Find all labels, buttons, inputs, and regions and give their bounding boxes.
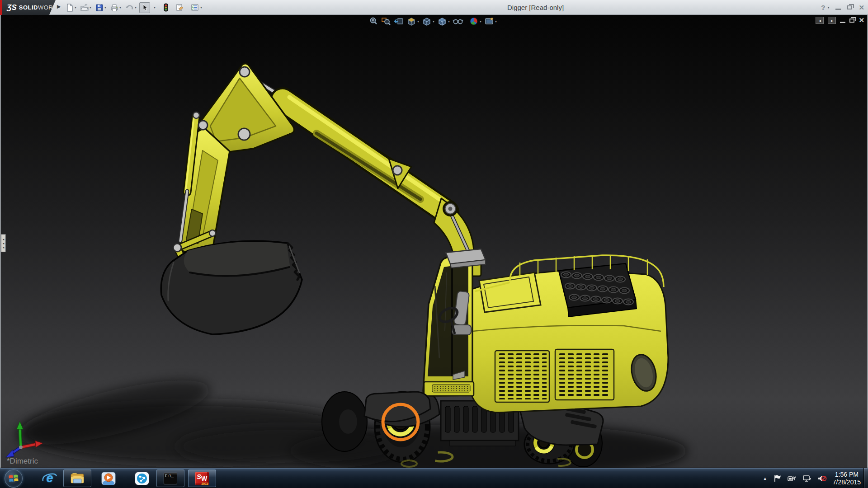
section-view-button[interactable]: ▾ bbox=[405, 16, 420, 26]
menu-expand-icon[interactable]: ▶ bbox=[57, 4, 61, 9]
command-prompt-icon: C:\_ bbox=[164, 473, 177, 484]
graphics-viewport[interactable]: ▾ ▾ ▾ ▾ ▾ ◂ ▸ bbox=[0, 15, 868, 468]
section-view-icon bbox=[406, 17, 416, 26]
help-dropdown[interactable]: ▾ bbox=[827, 5, 829, 9]
minimize-button[interactable] bbox=[835, 9, 841, 10]
open-dropdown[interactable]: ▾ bbox=[90, 5, 91, 9]
print-button[interactable]: ▾ bbox=[109, 2, 123, 13]
help-button[interactable]: ? bbox=[821, 4, 825, 11]
apply-scene-sphere-icon bbox=[469, 17, 479, 26]
solidworks-logo: ƷS SOLIDWORKS bbox=[2, 0, 56, 15]
options-icon bbox=[191, 4, 199, 12]
taskbar-clock[interactable]: 1:56 PM 7/28/2015 bbox=[833, 471, 861, 486]
close-button[interactable]: ✕ bbox=[859, 4, 864, 12]
view-orientation-button[interactable]: ▾ bbox=[420, 16, 436, 26]
print-dropdown[interactable]: ▾ bbox=[119, 5, 121, 9]
volume-muted-icon[interactable] bbox=[817, 474, 827, 483]
file-properties-button[interactable] bbox=[174, 2, 185, 13]
section-view-dropdown[interactable]: ▾ bbox=[417, 19, 419, 23]
view-orientation-cube-icon bbox=[422, 17, 432, 26]
title-bar: ƷS SOLIDWORKS ▶ ▾ ▾ ▾ ▾ ▾ bbox=[0, 0, 868, 15]
document-minimize-button[interactable] bbox=[840, 22, 845, 23]
save-floppy-icon bbox=[95, 4, 104, 12]
view-orientation-label: *Dimetric bbox=[7, 457, 38, 466]
power-plug-icon[interactable] bbox=[787, 474, 796, 483]
windows-taskbar: e bbox=[0, 468, 868, 488]
taskbar-windows-explorer[interactable] bbox=[63, 469, 91, 487]
new-button[interactable]: ▾ bbox=[64, 2, 78, 13]
show-desktop-button[interactable] bbox=[863, 468, 868, 488]
view-settings-dropdown[interactable]: ▾ bbox=[495, 19, 497, 23]
zoom-to-area-icon bbox=[381, 17, 391, 26]
zoom-to-area-button[interactable] bbox=[380, 16, 392, 26]
taskbar-command-prompt[interactable]: C:\_ bbox=[156, 469, 184, 487]
save-dropdown[interactable]: ▾ bbox=[104, 5, 106, 9]
feature-pane-prev-button[interactable]: ◂ bbox=[816, 17, 824, 24]
options-button[interactable]: ▾ bbox=[189, 2, 203, 13]
view-orientation-dropdown[interactable]: ▾ bbox=[433, 19, 434, 23]
rebuild-traffic-light-icon bbox=[163, 3, 169, 12]
windows-flag-icon bbox=[8, 474, 19, 483]
panel-splitter-tab[interactable]: ◂ ◂ ◂ bbox=[1, 234, 6, 252]
window-title: Digger [Read-only] bbox=[507, 0, 564, 15]
undo-dropdown[interactable]: ▾ bbox=[135, 5, 137, 9]
brand-solid-text: SOLID bbox=[19, 4, 38, 11]
window-controls: ? ▾ ✕ bbox=[821, 0, 864, 15]
hide-show-items-button[interactable] bbox=[451, 16, 465, 26]
undo-icon bbox=[125, 4, 134, 12]
restore-button[interactable] bbox=[847, 5, 852, 9]
brand-red-strip bbox=[0, 0, 2, 15]
solidworks-window: ƷS SOLIDWORKS ▶ ▾ ▾ ▾ ▾ ▾ bbox=[0, 0, 868, 488]
document-window-controls: ◂ ▸ ✕ bbox=[816, 17, 864, 24]
network-status-icon[interactable] bbox=[802, 474, 811, 483]
new-document-icon bbox=[66, 4, 74, 12]
print-icon bbox=[110, 4, 118, 12]
select-button[interactable] bbox=[139, 2, 150, 13]
collapse-arrow-icon: ◂ bbox=[3, 241, 5, 245]
view-settings-icon bbox=[484, 17, 494, 26]
save-button[interactable]: ▾ bbox=[94, 2, 108, 13]
clock-date: 7/28/2015 bbox=[833, 479, 861, 486]
upper-body[interactable] bbox=[470, 255, 668, 413]
previous-view-button[interactable] bbox=[392, 16, 405, 26]
action-center-flag-icon[interactable] bbox=[773, 474, 781, 483]
standard-toolbar: ▾ ▾ ▾ ▾ ▾ ▾ bbox=[64, 1, 205, 14]
solidworks-app-icon: S W 2015 bbox=[195, 472, 209, 485]
select-cursor-icon bbox=[141, 4, 149, 12]
apply-scene-dropdown[interactable]: ▾ bbox=[480, 19, 481, 23]
ie-orbit-ring bbox=[41, 472, 58, 485]
open-button[interactable]: ▾ bbox=[79, 2, 93, 13]
open-folder-icon bbox=[80, 4, 89, 12]
select-dropdown-button[interactable]: ▾ bbox=[151, 4, 157, 11]
display-style-dropdown[interactable]: ▾ bbox=[448, 19, 450, 23]
zoom-to-fit-button[interactable] bbox=[367, 16, 380, 26]
system-tray: ▲ 1:56 PM 7/28/2015 bbox=[763, 468, 861, 488]
new-dropdown[interactable]: ▾ bbox=[75, 5, 76, 9]
undo-button[interactable]: ▾ bbox=[124, 2, 138, 13]
collapse-arrow-icon: ◂ bbox=[3, 237, 5, 241]
options-dropdown[interactable]: ▾ bbox=[200, 5, 202, 9]
show-hidden-icons-button[interactable]: ▲ bbox=[763, 476, 767, 481]
taskbar-media-player[interactable] bbox=[98, 469, 119, 487]
display-style-button[interactable]: ▾ bbox=[436, 16, 451, 26]
zoom-to-fit-icon bbox=[368, 17, 378, 26]
previous-view-icon bbox=[394, 17, 404, 26]
start-button[interactable] bbox=[5, 469, 23, 488]
file-properties-icon bbox=[175, 4, 184, 12]
clock-time: 1:56 PM bbox=[833, 471, 861, 479]
view-settings-button[interactable]: ▾ bbox=[483, 16, 498, 26]
heads-up-view-toolbar: ▾ ▾ ▾ ▾ ▾ bbox=[367, 16, 498, 27]
taskbar-solidworks[interactable]: S W 2015 bbox=[188, 469, 216, 487]
collapse-arrow-icon: ◂ bbox=[3, 245, 5, 249]
feature-pane-next-button[interactable]: ▸ bbox=[828, 17, 836, 24]
taskbar-network-app[interactable] bbox=[131, 469, 153, 487]
network-app-icon bbox=[134, 471, 150, 486]
bucket[interactable] bbox=[161, 241, 302, 334]
excavator-model[interactable] bbox=[0, 15, 868, 468]
apply-scene-button[interactable]: ▾ bbox=[467, 16, 483, 26]
rebuild-button[interactable] bbox=[162, 2, 170, 13]
taskbar-internet-explorer[interactable]: e bbox=[40, 469, 60, 487]
document-restore-button[interactable] bbox=[849, 19, 854, 23]
select-dropdown[interactable]: ▾ bbox=[154, 5, 156, 9]
document-close-button[interactable]: ✕ bbox=[859, 17, 864, 23]
